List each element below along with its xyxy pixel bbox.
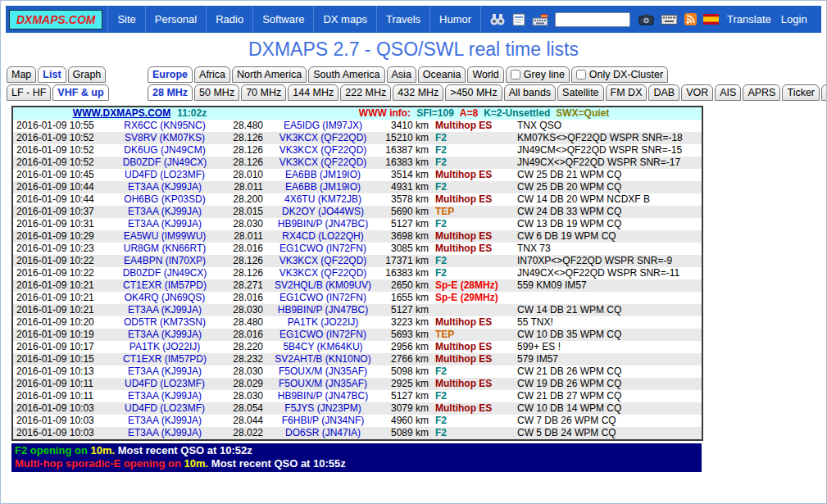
qso-station1[interactable]: OH6BG (KP03SD) xyxy=(124,193,205,205)
qso-station2[interactable]: F5OUX/M (JN35AF) xyxy=(279,366,367,377)
dxmaps-logo[interactable]: DXMAPS.COM xyxy=(9,10,102,30)
qso-station2[interactable]: VK3KCX (QF22QD) xyxy=(279,255,367,266)
qso-station2[interactable]: EG1CWO (IN72FN) xyxy=(279,292,366,303)
qso-station2[interactable]: HB9BIN/P (JN47BC) xyxy=(278,304,368,316)
camera-icon[interactable] xyxy=(638,13,654,25)
tab-fm-dx[interactable]: FM DX xyxy=(606,84,648,101)
qso-station2[interactable]: SV2HQL/B (KM09UV) xyxy=(275,279,371,291)
qso-station1[interactable]: ET3AA (KJ99JA) xyxy=(128,181,202,193)
qso-station2[interactable]: HB9BIN/P (JN47BC) xyxy=(278,218,368,229)
qso-station1[interactable]: ET3AA (KJ99JA) xyxy=(128,206,202,217)
qso-station1[interactable]: DB0ZDF (JN49CX) xyxy=(123,267,207,279)
tab-north-america[interactable]: North America xyxy=(232,66,307,83)
dxmaps-www-link[interactable]: WWW.DXMAPS.COM xyxy=(73,107,170,119)
nav-item-software[interactable]: Software xyxy=(253,6,314,33)
tab-south-america[interactable]: South America xyxy=(308,66,384,83)
qso-station1[interactable]: DK6UG (JN49CM) xyxy=(124,144,205,156)
rss-icon[interactable] xyxy=(684,13,697,25)
qso-station2[interactable]: DK2OY (JO44WS) xyxy=(282,206,364,217)
tab-28-mhz[interactable]: 28 MHz xyxy=(148,84,193,101)
checkbox-grey-line[interactable] xyxy=(511,70,520,79)
qso-station1[interactable]: ET3AA (KJ99JA) xyxy=(128,304,202,316)
tab-lf-hf[interactable]: LF - HF xyxy=(7,84,51,101)
qso-station2[interactable]: F6HBI/P (JN34NF) xyxy=(282,415,364,426)
qso-station1[interactable]: CT1EXR (IM57PD) xyxy=(123,279,207,291)
tab-aprs[interactable]: APRS xyxy=(743,84,780,101)
tab-oceania[interactable]: Oceania xyxy=(418,66,466,83)
qso-station2[interactable]: VK3KCX (QF22QD) xyxy=(279,157,367,168)
qso-station2[interactable]: EG1CWO (IN72FN) xyxy=(279,243,366,254)
option-tab-grey-line[interactable]: Grey line xyxy=(506,66,570,83)
qso-station2[interactable]: DO6SR (JN47IA) xyxy=(285,427,361,438)
qso-station2[interactable]: HB9BIN/P (JN47BC) xyxy=(278,390,368,402)
tab-graph[interactable]: Graph xyxy=(68,66,107,83)
qso-station2[interactable]: VK3KCX (QF22QD) xyxy=(279,267,367,279)
qso-station1[interactable]: CT1EXR (IM57PD) xyxy=(123,353,207,365)
qso-station1[interactable]: OD5TR (KM73SN) xyxy=(124,316,206,328)
qso-station2[interactable]: EA5IDG (IM97JX) xyxy=(284,120,362,131)
tab-144-mhz[interactable]: 144 MHz xyxy=(288,84,339,101)
keyboard-icon[interactable] xyxy=(661,14,678,25)
qso-station1[interactable]: ET3AA (KJ99JA) xyxy=(128,415,202,426)
tab-ticker[interactable]: Ticker xyxy=(782,84,820,101)
tab-muf-es[interactable]: MUF ES xyxy=(821,84,827,101)
qso-station1[interactable]: ET3AA (KJ99JA) xyxy=(128,427,202,438)
tab-70-mhz[interactable]: 70 MHz xyxy=(241,84,286,101)
translate-link[interactable]: Translate xyxy=(727,13,771,25)
qso-station1[interactable]: RX6CC (KN95NC) xyxy=(124,120,205,131)
qso-station2[interactable]: 5B4CY (KM64KU) xyxy=(283,341,362,352)
option-tab-only-dx-cluster[interactable]: Only DX-Cluster xyxy=(571,66,668,83)
qso-station1[interactable]: UD4FD (LO23MF) xyxy=(125,169,205,180)
qso-station1[interactable]: OK4RQ (JN69QS) xyxy=(125,292,206,303)
qso-station1[interactable]: PA1TK (JO22IJ) xyxy=(130,341,200,352)
qso-station1[interactable]: SV8RV (KM07KS) xyxy=(125,132,205,143)
tab-vhf-up[interactable]: VHF & up xyxy=(52,84,108,101)
tab-ais[interactable]: AIS xyxy=(715,84,741,101)
checkbox-only-dx-cluster[interactable] xyxy=(576,70,586,79)
qso-station1[interactable]: UD4FD (LO23MF) xyxy=(125,402,205,414)
nav-item-radio[interactable]: Radio xyxy=(207,6,253,33)
spain-flag-icon[interactable] xyxy=(703,14,719,25)
tab-world[interactable]: World xyxy=(467,66,503,83)
qso-station1[interactable]: ET3AA (KJ99JA) xyxy=(128,218,202,229)
qso-station2[interactable]: 4X6TU (KM72JB) xyxy=(284,193,361,205)
qso-station1[interactable]: EA4BPN (IN70XP) xyxy=(124,255,206,266)
qso-station2[interactable]: EG1CWO (IN72FN) xyxy=(279,329,366,340)
qso-station2[interactable]: F5JYS (JN23PM) xyxy=(284,402,361,414)
tab-europe[interactable]: Europe xyxy=(148,66,193,83)
tab-222-mhz[interactable]: 222 MHz xyxy=(340,84,391,101)
qso-station1[interactable]: ET3AA (KJ99JA) xyxy=(128,390,202,402)
nav-item-travels[interactable]: Travels xyxy=(377,6,430,33)
nav-item-humor[interactable]: Humor xyxy=(430,6,481,33)
tab-all-bands[interactable]: All bands xyxy=(504,84,556,101)
tab-vor[interactable]: VOR xyxy=(681,84,713,101)
nav-item-site[interactable]: Site xyxy=(107,6,145,33)
qso-station1[interactable]: UR8GM (KN66RT) xyxy=(124,243,206,254)
qso-station1[interactable]: ET3AA (KJ99JA) xyxy=(128,329,202,340)
qso-station1[interactable]: EA5WU (IM99WU) xyxy=(124,230,207,242)
tab-list[interactable]: List xyxy=(38,66,66,83)
tab-50-mhz[interactable]: 50 MHz xyxy=(194,84,239,101)
qso-station2[interactable]: EA6BB (JM19IO) xyxy=(285,181,361,193)
tab-map[interactable]: Map xyxy=(7,66,36,83)
tab-450-mhz[interactable]: >450 MHz xyxy=(445,84,502,101)
qso-station2[interactable]: EA6BB (JM19IO) xyxy=(285,169,361,180)
qso-station1[interactable]: UD4FD (LO23MF) xyxy=(125,378,205,389)
translate-keyboard-icon[interactable] xyxy=(532,13,548,26)
tab-africa[interactable]: Africa xyxy=(194,66,230,83)
tab-dab[interactable]: DAB xyxy=(648,84,679,101)
search-input[interactable] xyxy=(555,12,630,27)
binoculars-icon[interactable] xyxy=(489,13,506,26)
qso-station2[interactable]: SV2AHT/B (KN10NO) xyxy=(275,353,370,365)
qso-station1[interactable]: ET3AA (KJ99JA) xyxy=(128,366,202,377)
qso-station2[interactable]: VK3KCX (QF22QD) xyxy=(279,132,367,143)
nav-item-dx-maps[interactable]: DX maps xyxy=(314,6,376,33)
nav-item-personal[interactable]: Personal xyxy=(146,6,207,33)
tab-satellite[interactable]: Satellite xyxy=(557,84,603,101)
tab-asia[interactable]: Asia xyxy=(387,66,416,83)
qso-station1[interactable]: DB0ZDF (JN49CX) xyxy=(123,157,207,168)
qso-station2[interactable]: RX4CD (LO22QH) xyxy=(282,230,363,242)
checklist-icon[interactable] xyxy=(512,13,525,26)
login-link[interactable]: Login xyxy=(781,13,807,25)
tab-432-mhz[interactable]: 432 MHz xyxy=(393,84,443,101)
